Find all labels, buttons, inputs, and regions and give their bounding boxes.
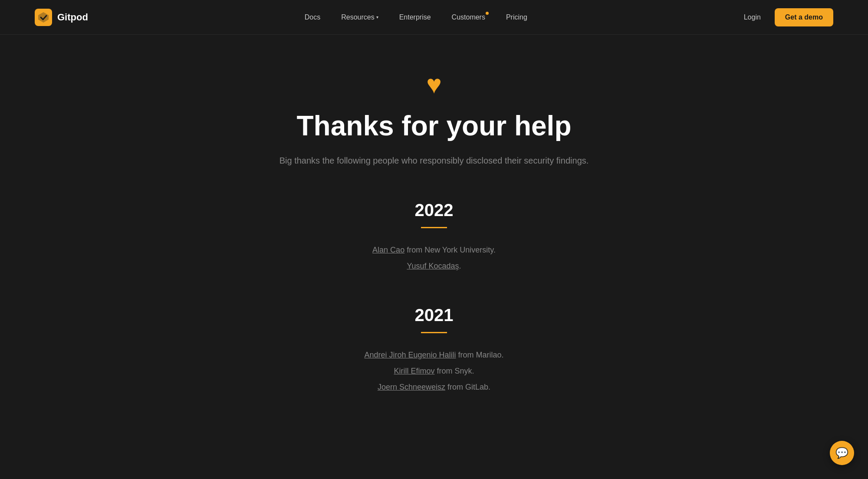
year-underline-2022 [421,227,447,228]
contributors-list-2022: Alan Cao from New York University. Yusuf… [372,246,496,271]
chevron-down-icon: ▾ [376,15,378,20]
nav-center: Docs Resources ▾ Enterprise Customers Pr… [305,13,527,21]
new-badge-dot [486,12,489,15]
contributor-suffix: from GitLab. [445,383,490,391]
nav-right: Login Get a demo [744,8,833,26]
page-title: Thanks for your help [297,110,572,142]
contributor-yusuf[interactable]: Yusuf Kocadaş [407,262,459,270]
list-item: Kirill Efimov from Snyk. [394,367,474,376]
list-item: Andrei Jiroh Eugenio Halili from Marilao… [364,351,503,360]
list-item: Alan Cao from New York University. [372,246,496,255]
year-underline-2021 [421,332,447,333]
logo-area: Gitpod [35,9,88,26]
list-item: Joern Schneeweisz from GitLab. [378,383,490,392]
chat-button[interactable]: 💬 [830,441,854,465]
year-heading-2021: 2021 [415,305,454,325]
logo-text: Gitpod [57,12,88,23]
nav-pricing[interactable]: Pricing [506,13,527,21]
list-item: Yusuf Kocadaş. [407,262,461,271]
contributor-joern[interactable]: Joern Schneeweisz [378,383,445,391]
contributor-kirill[interactable]: Kirill Efimov [394,367,434,375]
nav-resources[interactable]: Resources ▾ [341,13,378,21]
nav-docs[interactable]: Docs [305,13,320,21]
contributor-suffix: from Snyk. [434,367,474,375]
login-button[interactable]: Login [744,13,761,21]
get-demo-button[interactable]: Get a demo [775,8,833,26]
year-section-2021: 2021 Andrei Jiroh Eugenio Halili from Ma… [17,305,851,392]
contributor-alan-cao[interactable]: Alan Cao [372,246,404,254]
contributor-suffix: from New York University. [404,246,496,254]
gitpod-logo-icon[interactable] [35,9,52,26]
nav-enterprise[interactable]: Enterprise [399,13,431,21]
contributor-andrei[interactable]: Andrei Jiroh Eugenio Halili [364,351,456,359]
page-subtitle: Big thanks the following people who resp… [279,156,589,166]
year-heading-2022: 2022 [415,200,454,220]
contributors-list-2021: Andrei Jiroh Eugenio Halili from Marilao… [364,351,503,392]
heart-icon: ♥ [426,69,442,99]
navbar: Gitpod Docs Resources ▾ Enterprise Custo… [0,0,868,35]
year-section-2022: 2022 Alan Cao from New York University. … [17,200,851,271]
contributor-suffix: . [459,262,461,270]
main-content: ♥ Thanks for your help Big thanks the fo… [0,35,868,461]
contributor-suffix: from Marilao. [456,351,504,359]
nav-customers[interactable]: Customers [452,13,485,21]
